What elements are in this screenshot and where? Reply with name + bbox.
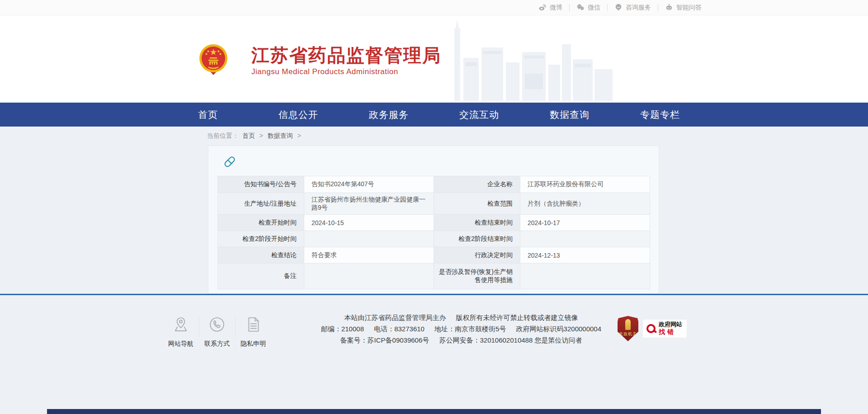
field-label: 行政决定时间 — [434, 247, 520, 263]
breadcrumb: 当前位置： 首页 > 数据查询 > — [207, 132, 302, 140]
field-value — [520, 231, 650, 247]
field-label: 生产地址/注册地址 — [218, 193, 304, 215]
field-label: 检查2阶段结束时间 — [434, 231, 520, 247]
city-skyline-graphic — [445, 19, 617, 103]
wechat-link[interactable]: 微信 — [570, 4, 608, 11]
weibo-label: 微博 — [550, 4, 562, 12]
field-label: 检查2阶段开始时间 — [218, 231, 304, 247]
footer-security-number: 苏公网安备：32010602010488 您是第位访问者 — [439, 334, 582, 346]
smart-qa-icon — [665, 3, 673, 13]
footer-address: 地址：南京市鼓楼街5号 — [434, 323, 506, 334]
field-label: 告知书编号/公告号 — [218, 176, 304, 193]
main-nav: 首页 信息公开 政务服务 交流互动 数据查询 专题专栏 — [0, 103, 868, 127]
footer-line-1: 本站由江苏省药品监督管理局主办 版权所有未经许可禁止转载或者建立镜像 — [280, 312, 642, 323]
document-icon — [244, 315, 263, 336]
footer-icp-number: 备案号：苏ICP备09039606号 — [340, 334, 429, 346]
footer-host-text: 本站由江苏省药品监督管理局主办 — [344, 312, 446, 323]
nav-item-data-query[interactable]: 数据查询 — [524, 103, 615, 127]
error-badge-top-label: 政府网站 — [659, 321, 682, 328]
field-value: 江苏省扬州市扬州生物健康产业园健康一路9号 — [304, 193, 434, 215]
gov-site-error-report-badge[interactable]: 政府网站 找错 — [642, 319, 687, 338]
field-value: 告知书2024年第407号 — [304, 176, 434, 193]
consult-service-label: 咨询服务 — [626, 4, 651, 12]
breadcrumb-data-query-link[interactable]: 数据查询 — [268, 132, 293, 139]
site-footer: 网站导航 联系方式 — [0, 294, 868, 414]
field-label: 检查结论 — [218, 247, 304, 263]
field-value — [304, 231, 434, 247]
error-badge-text: 政府网站 找错 — [659, 321, 682, 335]
breadcrumb-separator: > — [297, 132, 301, 139]
footer-phone: 电话：83273610 — [374, 323, 425, 334]
field-label: 检查结束时间 — [434, 215, 520, 231]
field-value: 2024-12-13 — [520, 247, 650, 263]
phone-icon — [208, 315, 226, 336]
wechat-label: 微信 — [588, 4, 600, 12]
breadcrumb-separator: > — [259, 132, 263, 139]
table-row: 检查2阶段开始时间 检查2阶段结束时间 — [218, 231, 650, 247]
field-label: 备注 — [218, 263, 304, 289]
site-brand: 江苏省药品监督管理局 Jiangsu Medical Products Admi… — [251, 45, 441, 76]
nav-item-special-topics[interactable]: 专题专栏 — [615, 103, 705, 127]
inspection-record-table: 告知书编号/公告号 告知书2024年第407号 企业名称 江苏联环药业股份有限公… — [217, 176, 650, 289]
footer-link-contact[interactable]: 联系方式 — [199, 315, 235, 348]
party-badge-label: 党政机关 — [618, 331, 638, 337]
record-detail-panel: 告知书编号/公告号 告知书2024年第407号 企业名称 江苏联环药业股份有限公… — [208, 146, 659, 294]
field-value — [304, 263, 434, 289]
table-row: 检查结论 符合要求 行政决定时间 2024-12-13 — [218, 247, 650, 263]
nav-item-home[interactable]: 首页 — [163, 103, 253, 127]
wechat-icon — [576, 3, 585, 13]
table-row: 告知书编号/公告号 告知书2024年第407号 企业名称 江苏联环药业股份有限公… — [218, 176, 650, 193]
magnifier-icon — [646, 324, 656, 333]
party-emblem-icon — [625, 319, 631, 330]
field-value: 江苏联环药业股份有限公司 — [520, 176, 650, 193]
footer-link-label: 网站导航 — [168, 340, 193, 348]
table-row: 生产地址/注册地址 江苏省扬州市扬州生物健康产业园健康一路9号 检查范围 片剂（… — [218, 193, 650, 215]
footer-info: 本站由江苏省药品监督管理局主办 版权所有未经许可禁止转载或者建立镜像 邮编：21… — [280, 312, 642, 346]
site-title: 江苏省药品监督管理局 — [251, 45, 441, 66]
field-label: 是否涉及暂停(恢复)生产销售使用等措施 — [434, 263, 520, 289]
site-subtitle: Jiangsu Medical Products Administration — [251, 67, 441, 76]
nav-item-gov-services[interactable]: 政务服务 — [344, 103, 434, 127]
weibo-icon — [538, 3, 547, 13]
field-value: 片剂（含抗肿瘤类） — [520, 193, 650, 215]
footer-line-2: 邮编：210008 电话：83273610 地址：南京市鼓楼街5号 政府网站标识… — [280, 323, 642, 334]
footer-quicklinks: 网站导航 联系方式 — [163, 315, 271, 348]
bottom-bar — [47, 409, 821, 414]
field-value: 2024-10-15 — [304, 215, 434, 231]
breadcrumb-home-link[interactable]: 首页 — [242, 132, 255, 139]
error-badge-bottom-label: 找错 — [659, 328, 682, 335]
footer-line-3: 备案号：苏ICP备09039606号 苏公网安备：32010602010488 … — [280, 334, 642, 346]
field-label: 检查开始时间 — [218, 215, 304, 231]
smart-qa-label: 智能问答 — [676, 4, 702, 12]
map-pin-icon — [171, 315, 190, 336]
footer-link-label: 隐私申明 — [241, 340, 266, 348]
footer-link-sitemap[interactable]: 网站导航 — [163, 315, 199, 348]
nav-item-interaction[interactable]: 交流互动 — [434, 103, 524, 127]
page: 微博 微信 咨询服务 智能问答 — [0, 0, 868, 414]
top-utility-bar: 微博 微信 咨询服务 智能问答 — [0, 0, 868, 15]
footer-site-id: 政府网站标识码3200000004 — [516, 323, 601, 334]
field-value: 2024-10-17 — [520, 215, 650, 231]
field-value — [520, 263, 650, 289]
party-gov-badge[interactable]: 党政机关 — [618, 316, 638, 341]
field-value: 符合要求 — [304, 247, 434, 263]
breadcrumb-prefix: 当前位置： — [207, 132, 239, 139]
footer-link-privacy[interactable]: 隐私申明 — [235, 315, 271, 348]
pill-capsule-icon — [223, 155, 236, 170]
field-label: 企业名称 — [434, 176, 520, 193]
smart-qa-link[interactable]: 智能问答 — [658, 4, 702, 11]
consult-service-link[interactable]: 咨询服务 — [608, 4, 658, 11]
footer-copyright-text: 版权所有未经许可禁止转载或者建立镜像 — [456, 312, 578, 323]
national-emblem-logo — [198, 43, 229, 78]
footer-postcode: 邮编：210008 — [321, 323, 364, 334]
weibo-link[interactable]: 微博 — [532, 4, 570, 11]
topbar-links: 微博 微信 咨询服务 智能问答 — [532, 0, 702, 15]
consult-service-icon — [614, 3, 623, 13]
nav-item-info-disclosure[interactable]: 信息公开 — [253, 103, 344, 127]
table-row: 检查开始时间 2024-10-15 检查结束时间 2024-10-17 — [218, 215, 650, 231]
table-row: 备注 是否涉及暂停(恢复)生产销售使用等措施 — [218, 263, 650, 289]
field-label: 检查范围 — [434, 193, 520, 215]
site-header: 江苏省药品监督管理局 Jiangsu Medical Products Admi… — [0, 15, 868, 103]
footer-link-label: 联系方式 — [204, 340, 230, 348]
footer-badges: 党政机关 政府网站 找错 — [618, 316, 687, 341]
